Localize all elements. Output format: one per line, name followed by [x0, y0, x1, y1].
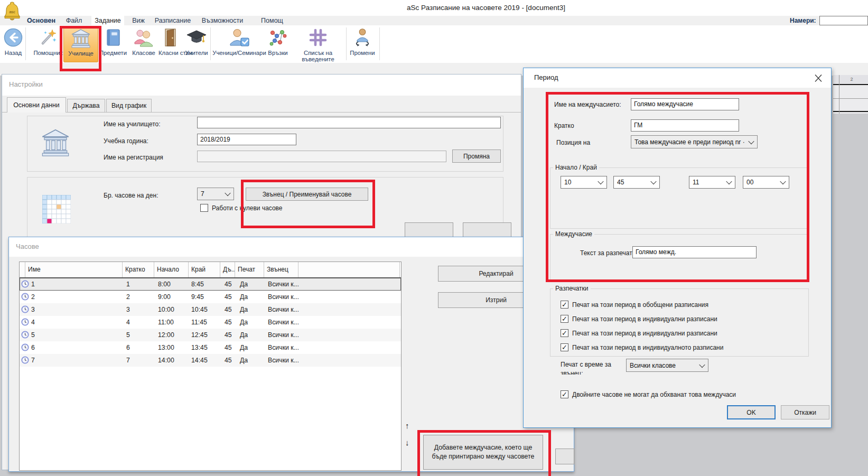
ok-button[interactable]: OK — [727, 405, 776, 419]
cell-print: Да — [240, 357, 248, 364]
ribbon-tab-5[interactable]: Разписание — [154, 16, 192, 25]
add-break-button[interactable]: Добавете междучасие, което ще бъде принт… — [423, 435, 543, 470]
start-hour-select[interactable]: 10 — [561, 176, 607, 189]
table-row[interactable]: 6613:0013:4545ДаВсички к... — [20, 341, 401, 354]
graduation-cap-icon — [186, 27, 207, 49]
ribbon-tab-7[interactable]: Помощ — [255, 16, 290, 25]
change-button[interactable]: Промяна — [452, 150, 501, 163]
cell-print: Да — [240, 331, 248, 339]
ribbon-tab-4[interactable]: Виж — [129, 16, 147, 25]
chevron-down-icon — [726, 179, 732, 184]
move-up-arrow[interactable]: ↑ — [405, 421, 409, 430]
print-text-input[interactable]: Голямо межд. — [632, 246, 757, 258]
toolbar-button-graduation-cap[interactable]: Учители — [184, 26, 209, 61]
end-hour-select[interactable]: 11 — [689, 176, 735, 189]
bell-print-select[interactable]: Всички класове — [626, 359, 708, 372]
door-icon — [162, 27, 180, 50]
cell-duration: 45 — [225, 306, 232, 313]
chevron-down-icon — [598, 179, 603, 184]
ribbon-tab-1[interactable]: Основен — [26, 16, 56, 25]
cell-short: 4 — [126, 319, 130, 326]
table-row[interactable]: 4411:0011:4545ДаВсички к... — [20, 316, 401, 329]
settings-tab-1[interactable]: Основни данни — [7, 97, 66, 113]
break-group-label: Междучасие — [553, 230, 594, 238]
bell-rename-button[interactable]: Звънец / Преименувай часове — [246, 188, 368, 201]
break-name-input[interactable]: Голямо междучасие — [631, 98, 739, 110]
printout-checkbox-1[interactable]: ✓ — [561, 301, 568, 309]
cell-print: Да — [240, 344, 248, 351]
window-title: aSc Разписание на часовете 2019 - [docum… — [407, 4, 565, 12]
toolbar-button-student-check[interactable]: Ученици/Семинари — [212, 26, 266, 61]
grid-column-header: 2 — [844, 77, 860, 82]
periods-per-day-select[interactable]: 7 — [197, 188, 234, 200]
toolbar-button-network[interactable]: Връзки — [266, 26, 290, 61]
cell-end: 13:45 — [191, 344, 208, 351]
ribbon-tab-6[interactable]: Възможности — [199, 16, 246, 25]
cancel-button[interactable]: Откажи — [781, 405, 829, 419]
time-value: 45 — [617, 179, 649, 186]
school-name-input[interactable] — [197, 117, 501, 128]
break-short-input[interactable]: ГМ — [631, 119, 739, 132]
bell-print-label-line1: Печат с време за — [561, 361, 611, 368]
settings-tab-2[interactable]: Държава — [67, 99, 105, 113]
toolbar-button-book[interactable]: Предмети — [97, 26, 129, 61]
cut-off-button-fragment[interactable] — [463, 222, 511, 238]
find-input[interactable] — [819, 16, 868, 25]
cell-start: 8:00 — [158, 281, 171, 288]
position-select[interactable]: Това междучасие е преди период nr · — [631, 135, 758, 148]
column-header: Звънец — [264, 262, 298, 277]
toolbar-button-door[interactable]: Класни стаи — [158, 26, 184, 61]
settings-tab-3[interactable]: Вид график — [106, 99, 152, 113]
close-icon[interactable] — [812, 72, 825, 84]
cell-print: Да — [240, 281, 248, 288]
chevron-down-icon — [650, 179, 656, 184]
table-row[interactable]: 5512:0012:4545ДаВсички к... — [20, 329, 401, 341]
cell-name: 1 — [31, 281, 35, 288]
printout-checkbox-label: Печат на този период в индивидуални разп… — [572, 315, 804, 323]
back-icon — [3, 27, 23, 50]
toolbar-button-school[interactable]: Училище — [63, 26, 98, 62]
zero-periods-checkbox[interactable] — [200, 204, 208, 212]
registration-input[interactable] — [197, 151, 446, 162]
toolbar-button-label: Помощник — [29, 50, 67, 56]
printout-checkbox-label: Печат на този период в индивидуалното ра… — [572, 344, 804, 351]
cell-duration: 45 — [225, 331, 232, 339]
chevron-down-icon — [699, 361, 705, 367]
printout-checkbox-2[interactable]: ✓ — [561, 315, 568, 323]
move-down-arrow[interactable]: ↓ — [405, 438, 409, 447]
table-row[interactable]: 3310:0010:4545ДаВсички к... — [20, 303, 401, 316]
cut-off-button-fragment[interactable] — [405, 222, 453, 238]
double-periods-checkbox[interactable]: ✓ — [561, 390, 568, 398]
position-label: Позиция на — [556, 139, 590, 146]
cell-end: 14:45 — [191, 357, 208, 364]
printouts-group-label: Разпечатки — [553, 285, 591, 292]
toolbar-button-person-refresh[interactable]: Промени — [348, 26, 377, 61]
printout-checkbox-4[interactable]: ✓ — [561, 343, 568, 351]
school-name-label: Име на училището: — [104, 120, 161, 128]
toolbar-separator — [210, 27, 211, 60]
ribbon-tab-2[interactable]: Файл — [63, 16, 85, 25]
toolbar-button-classes[interactable]: Класове — [129, 26, 158, 61]
table-row[interactable]: 229:009:4545ДаВсички к... — [20, 291, 401, 303]
ribbon-tab-3[interactable]: Задание — [91, 16, 124, 25]
cell-duration: 45 — [225, 281, 232, 288]
cell-bell: Всички к... — [268, 319, 299, 326]
cut-off-button-fragment[interactable] — [555, 449, 574, 464]
toolbar-button-grid-hash[interactable]: Списък на въведените ограничения — [290, 26, 346, 61]
start-minute-select[interactable]: 45 — [613, 176, 660, 189]
cell-start: 13:00 — [158, 344, 174, 351]
table-row[interactable]: 7714:0014:4545ДаВсички к... — [20, 354, 401, 367]
clock-icon — [21, 343, 29, 353]
toolbar-button-back[interactable]: Назад — [2, 26, 24, 61]
cell-end: 12:45 — [191, 331, 208, 339]
toolbar-button-wizard[interactable]: Помощник — [29, 26, 67, 61]
table-row[interactable]: 118:008:4545ДаВсички к... — [20, 278, 401, 291]
cell-bell: Всички к... — [268, 293, 299, 301]
clock-icon — [21, 280, 29, 290]
book-icon — [104, 27, 123, 50]
end-minute-select[interactable]: 00 — [743, 176, 789, 189]
toolbar-button-label: Класове — [129, 50, 158, 56]
printout-checkbox-3[interactable]: ✓ — [561, 329, 568, 337]
cell-bell: Всички к... — [268, 331, 299, 339]
school-year-input[interactable]: 2018/2019 — [197, 134, 296, 145]
